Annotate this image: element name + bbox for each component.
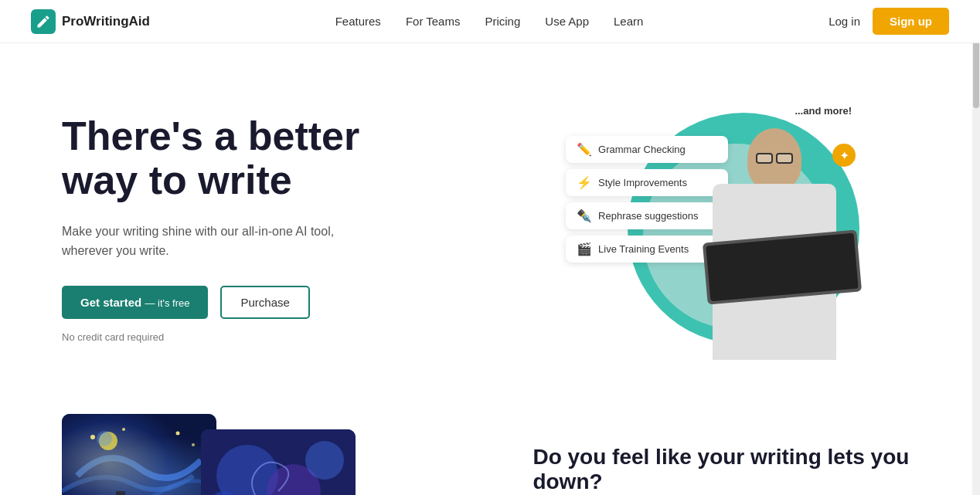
second-right: Do you feel like your writing lets you d… xyxy=(533,414,918,495)
rephrase-icon: ✒️ xyxy=(577,209,592,223)
grammar-icon: ✏️ xyxy=(577,142,592,157)
nav-actions: Log in Sign up xyxy=(829,8,949,35)
feature-card-grammar: ✏️ Grammar Checking xyxy=(566,136,728,163)
nav-pricing[interactable]: Pricing xyxy=(485,15,520,28)
image-collage: My idea in my head xyxy=(62,414,356,495)
svg-point-12 xyxy=(305,441,344,480)
swirl-bg xyxy=(62,414,216,495)
hero-title: There's a better way to write xyxy=(62,114,490,202)
get-started-button[interactable]: Get started — it's free xyxy=(62,286,208,319)
logo-text: ProWritingAid xyxy=(62,14,150,29)
navbar: ProWritingAid Features For Teams Pricing… xyxy=(0,0,980,43)
logo-icon xyxy=(31,9,56,34)
person-glasses xyxy=(756,153,793,164)
no-cc-text: No credit card required xyxy=(62,331,490,343)
style-icon: ⚡ xyxy=(577,175,592,190)
login-button[interactable]: Log in xyxy=(829,15,860,28)
second-section: My idea in my head Do you feel xyxy=(0,398,980,495)
feature-card-rephrase: ✒️ Rephrase suggestions xyxy=(566,202,728,229)
collage-image-1: My idea in my head xyxy=(62,414,216,495)
hero-illustration: ...and more! ✦ ✏️ Grammar Checking ⚡ Sty… xyxy=(566,97,859,360)
collage-image-2 xyxy=(201,429,356,495)
hero-section: There's a better way to write Make your … xyxy=(0,43,980,398)
person-laptop xyxy=(703,229,862,304)
nav-links: Features For Teams Pricing Use App Learn xyxy=(335,15,644,28)
signup-button[interactable]: Sign up xyxy=(873,8,949,35)
hero-person-figure xyxy=(705,128,844,360)
nav-use-app[interactable]: Use App xyxy=(545,15,589,28)
second-left: My idea in my head xyxy=(62,414,473,495)
purchase-button[interactable]: Purchase xyxy=(220,286,309,319)
logo-svg xyxy=(36,14,51,29)
nav-for-teams[interactable]: For Teams xyxy=(406,15,461,28)
nav-learn[interactable]: Learn xyxy=(614,15,643,28)
nav-features[interactable]: Features xyxy=(335,15,381,28)
second-section-title: Do you feel like your writing lets you d… xyxy=(533,445,918,494)
hero-buttons: Get started — it's free Purchase xyxy=(62,286,490,319)
hero-left: There's a better way to write Make your … xyxy=(62,114,490,343)
abstract-svg xyxy=(201,429,356,495)
page-scrollbar[interactable] xyxy=(972,0,980,495)
logo-link[interactable]: ProWritingAid xyxy=(31,9,150,34)
training-icon: 🎬 xyxy=(577,242,592,256)
feature-card-style: ⚡ Style Improvements xyxy=(566,169,728,196)
hero-subtitle: Make your writing shine with our all-in-… xyxy=(62,222,386,261)
more-label: ...and more! xyxy=(795,105,852,117)
hero-right: ...and more! ✦ ✏️ Grammar Checking ⚡ Sty… xyxy=(507,90,918,368)
